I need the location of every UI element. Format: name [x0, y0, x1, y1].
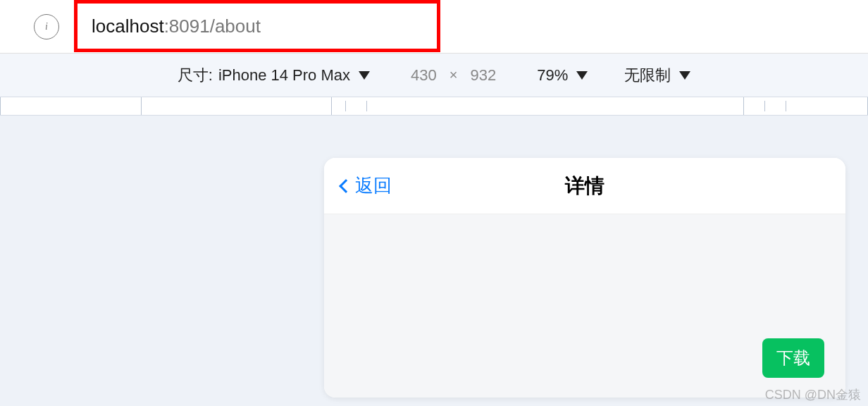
app-header: 返回 详情	[324, 158, 845, 214]
height-input[interactable]: 932	[466, 66, 500, 85]
device-toolbar: 尺寸: iPhone 14 Pro Max 430 × 932 79% 无限制	[0, 54, 868, 97]
viewport-area: 返回 详情 下载 CSDN @DN金猿	[0, 116, 868, 406]
url-path: :8091/about	[164, 16, 261, 37]
zoom-selector[interactable]: 79%	[537, 66, 588, 85]
caret-down-icon	[359, 71, 370, 80]
device-selector[interactable]: 尺寸: iPhone 14 Pro Max	[178, 65, 370, 86]
throttle-selector[interactable]: 无限制	[624, 65, 690, 86]
ruler-tick	[331, 97, 332, 115]
device-frame: 返回 详情 下载	[324, 158, 845, 398]
back-label: 返回	[355, 173, 392, 198]
back-button[interactable]: 返回	[324, 173, 392, 198]
url-input[interactable]: localhost:8091/about	[74, 0, 440, 52]
size-label: 尺寸:	[178, 65, 213, 86]
ruler-tick	[345, 101, 346, 111]
info-icon[interactable]: i	[34, 14, 59, 39]
caret-down-icon	[576, 71, 588, 80]
info-glyph: i	[45, 21, 48, 32]
zoom-value: 79%	[537, 66, 568, 85]
x-separator: ×	[447, 67, 461, 83]
ruler-tick	[0, 97, 1, 115]
ruler-tick	[764, 101, 765, 111]
ruler	[0, 97, 868, 116]
page-title: 详情	[565, 173, 604, 199]
throttle-value: 无限制	[624, 65, 671, 86]
ruler-tick	[786, 101, 786, 111]
dimension-inputs: 430 × 932	[407, 66, 500, 85]
download-button[interactable]: 下载	[762, 338, 824, 378]
ruler-tick	[366, 101, 367, 111]
chevron-left-icon	[339, 179, 353, 193]
url-host: localhost	[92, 16, 164, 37]
app-body: 下载	[324, 214, 845, 398]
browser-address-bar: i localhost:8091/about	[0, 0, 868, 54]
width-input[interactable]: 430	[407, 66, 441, 85]
device-name: iPhone 14 Pro Max	[218, 66, 350, 85]
ruler-tick	[141, 97, 142, 115]
caret-down-icon	[679, 71, 690, 80]
ruler-tick	[743, 97, 744, 115]
